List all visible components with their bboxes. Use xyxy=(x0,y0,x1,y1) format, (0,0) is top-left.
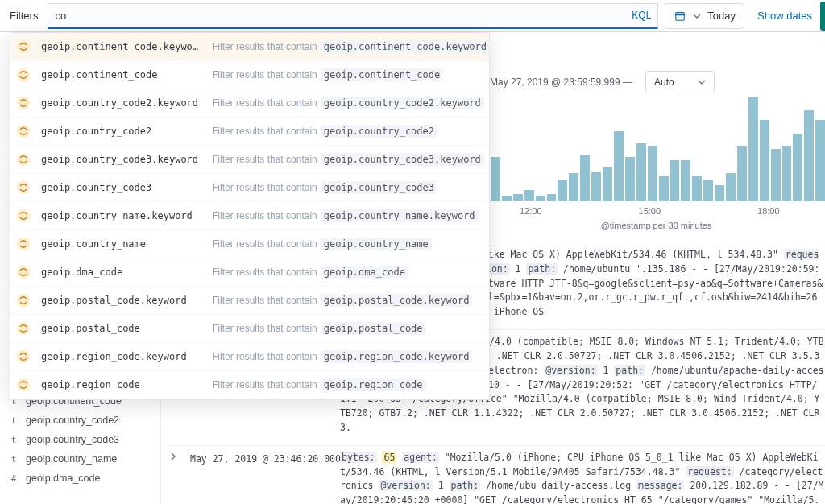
suggestion-item[interactable]: geoip.country_name.keywordFilter results… xyxy=(10,202,489,230)
suggestion-field: geoip.country_name xyxy=(41,238,202,250)
field-name: geoip.dma_code xyxy=(26,473,100,484)
histogram-bar[interactable] xyxy=(614,131,624,201)
histogram-bar[interactable] xyxy=(681,160,690,201)
histogram-bar[interactable] xyxy=(703,180,713,201)
chevron-down-icon xyxy=(698,78,706,86)
histogram-bar[interactable] xyxy=(771,149,781,201)
histogram-bar[interactable] xyxy=(569,173,578,201)
histogram-bar[interactable] xyxy=(815,120,825,201)
interval-select[interactable]: Auto xyxy=(645,71,715,93)
histogram-bar[interactable] xyxy=(737,146,747,201)
field-type-icon xyxy=(15,67,31,83)
suggestion-item[interactable]: geoip.country_code3.keywordFilter result… xyxy=(10,146,489,174)
suggestion-field: geoip.postal_code.keyword xyxy=(41,295,202,306)
suggestion-item[interactable]: geoip.dma_codeFilter results that contai… xyxy=(10,258,489,287)
field-name: geoip.country_code2 xyxy=(26,415,119,426)
field-type-icon xyxy=(15,264,31,280)
show-dates-link[interactable]: Show dates xyxy=(751,10,819,22)
histogram-bar[interactable] xyxy=(580,155,590,201)
histogram-bar[interactable] xyxy=(513,194,523,201)
histogram-bar[interactable] xyxy=(502,196,512,201)
histogram-bar[interactable] xyxy=(793,134,802,201)
field-type-icon xyxy=(15,236,31,252)
histogram-bar[interactable] xyxy=(524,190,534,201)
kql-toggle[interactable]: KQL xyxy=(632,10,651,21)
doc-time: May 27, 2019 @ 23:46:20.000 xyxy=(190,451,332,504)
histogram-bar[interactable] xyxy=(782,146,792,201)
suggestion-item[interactable]: geoip.country_nameFilter results that co… xyxy=(10,230,489,258)
suggestion-desc: Filter results that containgeoip.country… xyxy=(212,153,484,166)
histogram-bar[interactable] xyxy=(648,146,657,201)
suggestion-desc: Filter results that containgeoip.country… xyxy=(212,238,432,250)
query-suggestions: geoip.continent_code.keywordFilter resul… xyxy=(10,32,490,400)
field-name: geoip.country_name xyxy=(26,453,117,465)
field-item[interactable]: tgeoip.country_name xyxy=(0,449,160,469)
histogram-bar[interactable] xyxy=(760,120,769,201)
suggestion-desc: Filter results that containgeoip.region_… xyxy=(212,350,472,363)
histogram-bar[interactable] xyxy=(536,196,545,201)
suggestion-field: geoip.country_code2 xyxy=(41,126,202,137)
histogram-bar[interactable] xyxy=(659,176,669,201)
svg-point-7 xyxy=(17,209,30,222)
suggestion-field: geoip.continent_code.keyword xyxy=(41,41,202,52)
suggestion-item[interactable]: geoip.postal_codeFilter results that con… xyxy=(10,315,489,343)
suggestion-item[interactable]: geoip.country_code2.keywordFilter result… xyxy=(10,89,489,118)
refresh-button[interactable] xyxy=(820,2,825,31)
time-range-end: May 27, 2019 @ 23:59:59.999 — xyxy=(490,76,632,88)
field-name: geoip.country_code3 xyxy=(26,434,119,445)
svg-point-9 xyxy=(17,266,30,279)
histogram-bar[interactable] xyxy=(547,194,557,201)
histogram-bar[interactable] xyxy=(625,157,635,201)
suggestion-desc: Filter results that containgeoip.country… xyxy=(212,181,437,194)
field-item[interactable]: tgeoip.country_code3 xyxy=(0,430,160,449)
field-type-icon xyxy=(15,292,31,308)
query-input[interactable] xyxy=(55,10,632,22)
svg-point-8 xyxy=(17,238,30,250)
x-tick: 15:00 xyxy=(639,206,661,216)
suggestion-item[interactable]: geoip.continent_codeFilter results that … xyxy=(10,61,489,89)
histogram-bar[interactable] xyxy=(603,167,612,201)
x-tick: 12:00 xyxy=(520,206,542,216)
svg-point-13 xyxy=(17,378,30,391)
doc-source: bytes: 65 agent: "Mozilla/5.0 (iPhone; C… xyxy=(340,451,825,504)
field-item[interactable]: #geoip.dma_code xyxy=(0,469,160,488)
histogram-bar[interactable] xyxy=(726,173,736,201)
histogram-bar[interactable] xyxy=(491,157,500,201)
suggestion-field: geoip.country_code2.keyword xyxy=(41,97,202,109)
svg-point-3 xyxy=(17,97,30,109)
suggestion-item[interactable]: geoip.region_code.keywordFilter results … xyxy=(10,343,489,371)
suggestion-item[interactable]: geoip.continent_code.keywordFilter resul… xyxy=(10,33,489,61)
svg-point-10 xyxy=(17,294,30,307)
suggestion-field: geoip.country_code3 xyxy=(41,182,202,193)
field-type-icon: t xyxy=(8,435,19,445)
query-bar[interactable]: KQL xyxy=(48,3,658,29)
histogram-bar[interactable] xyxy=(591,172,601,201)
svg-point-5 xyxy=(17,153,30,166)
histogram-bar[interactable] xyxy=(692,176,702,201)
field-type-icon xyxy=(15,349,31,365)
field-type-icon xyxy=(15,320,31,337)
histogram-bar[interactable] xyxy=(715,185,724,201)
histogram-bar[interactable] xyxy=(558,180,567,201)
histogram-bar[interactable] xyxy=(670,160,680,201)
histogram-bar[interactable] xyxy=(636,143,646,201)
histogram-bar[interactable] xyxy=(804,110,814,201)
suggestion-item[interactable]: geoip.postal_code.keywordFilter results … xyxy=(10,287,489,315)
date-picker[interactable]: Today xyxy=(665,3,744,29)
svg-point-1 xyxy=(17,40,30,53)
histogram-bar[interactable] xyxy=(748,97,758,201)
svg-rect-0 xyxy=(676,12,685,20)
suggestion-item[interactable]: geoip.region_codeFilter results that con… xyxy=(10,371,489,399)
x-axis-label: @timestamp per 30 minutes xyxy=(487,221,825,230)
suggestion-item[interactable]: geoip.country_code2Filter results that c… xyxy=(10,118,489,146)
svg-point-11 xyxy=(17,322,30,335)
date-label: Today xyxy=(707,10,736,22)
suggestion-item[interactable]: geoip.country_code3Filter results that c… xyxy=(10,174,489,202)
field-type-icon xyxy=(15,208,31,224)
expand-toggle[interactable] xyxy=(169,451,182,504)
field-type-icon xyxy=(15,123,31,139)
suggestion-desc: Filter results that containgeoip.country… xyxy=(212,125,437,138)
x-tick: 18:00 xyxy=(757,206,780,216)
field-item[interactable]: tgeoip.country_code2 xyxy=(0,411,160,430)
histogram-chart[interactable]: 12:0015:0018:0021:00 @timestamp per 30 m… xyxy=(487,97,825,242)
